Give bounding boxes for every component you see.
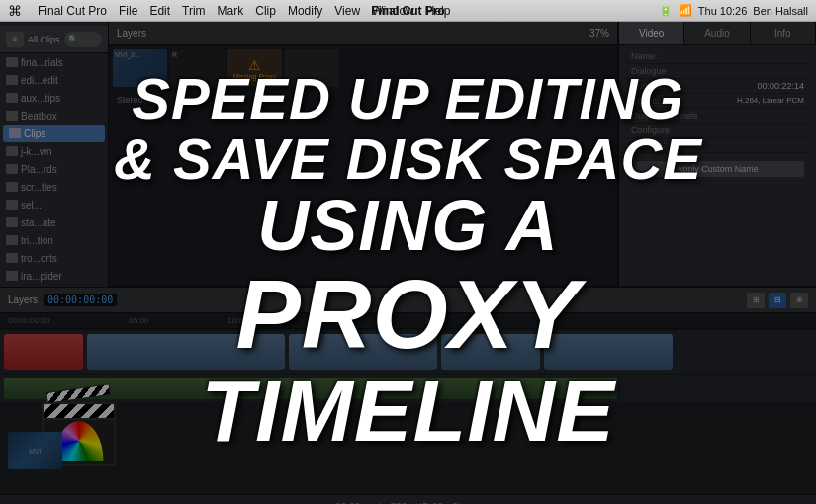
menu-bar-title: Final Cut Pro <box>371 4 445 18</box>
headline-line4: PROXY <box>235 264 580 366</box>
menu-app-name[interactable]: Final Cut Pro <box>38 4 107 18</box>
menu-battery: 🔋 <box>659 4 673 17</box>
menu-file[interactable]: File <box>119 4 137 18</box>
menu-modify[interactable]: Modify <box>288 4 322 18</box>
menu-trim[interactable]: Trim <box>182 4 206 18</box>
menu-bar-right: 🔋 📶 Thu 10:26 Ben Halsall <box>659 4 808 17</box>
menu-mark[interactable]: Mark <box>218 4 244 18</box>
menu-user: Ben Halsall <box>753 5 808 17</box>
main-content: ≡ All Clips 🔍 fina...rials edi...edit au… <box>0 22 816 504</box>
menu-clock: Thu 10:26 <box>698 5 748 17</box>
headline-line2: & SAVE DISK SPACE <box>114 129 702 190</box>
overlay: SPEED UP EDITING & SAVE DISK SPACE USING… <box>0 22 816 504</box>
menu-edit[interactable]: Edit <box>149 4 170 18</box>
headline-line5: TIMELINE <box>201 366 615 457</box>
menu-bar: ⌘ Final Cut Pro File Edit Trim Mark Clip… <box>0 0 816 22</box>
headline-line3: USING A <box>257 189 558 264</box>
menu-bar-left: ⌘ Final Cut Pro File Edit Trim Mark Clip… <box>8 3 659 19</box>
menu-view[interactable]: View <box>334 4 360 18</box>
menu-clip[interactable]: Clip <box>255 4 276 18</box>
apple-menu[interactable]: ⌘ <box>8 3 22 19</box>
menu-wifi: 📶 <box>679 4 692 17</box>
headline-line1: SPEED UP EDITING <box>132 69 684 129</box>
